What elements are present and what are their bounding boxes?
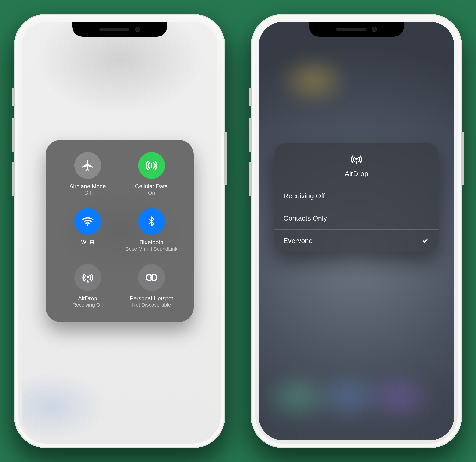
wifi-tile[interactable]: Wi-Fi [56, 208, 120, 252]
volume-down [12, 162, 15, 196]
airdrop-icon [350, 153, 363, 166]
cellular-status: On [148, 190, 155, 196]
volume-down [249, 162, 252, 196]
airdrop-option-label: Receiving Off [283, 192, 325, 200]
airdrop-option-everyone[interactable]: Everyone [274, 229, 439, 252]
bluetooth-tile[interactable]: Bluetooth Bose Mini II SoundLink [120, 208, 183, 252]
bluetooth-title: Bluetooth [140, 240, 163, 245]
svg-point-1 [86, 276, 89, 278]
airdrop-title: AirDrop [78, 295, 97, 302]
connectivity-panel: Airplane Mode Off Cellular Data On [46, 140, 194, 322]
screen-left: Airplane Mode Off Cellular Data On [22, 22, 217, 440]
cellular-toggle[interactable] [138, 152, 165, 179]
volume-up [12, 118, 15, 152]
airdrop-option-label: Everyone [283, 237, 313, 245]
airplane-status: Off [84, 190, 91, 196]
airdrop-popover-title: AirDrop [345, 170, 368, 178]
phone-left: Airplane Mode Off Cellular Data On [14, 14, 225, 448]
volume-up [249, 118, 252, 152]
bluetooth-toggle[interactable] [138, 208, 165, 235]
hotspot-icon [145, 272, 159, 283]
airdrop-option-receiving-off[interactable]: Receiving Off [274, 185, 439, 207]
mute-switch [249, 88, 252, 106]
airdrop-toggle[interactable] [74, 264, 101, 291]
airdrop-tile[interactable]: AirDrop Receiving Off [56, 264, 120, 308]
wifi-icon [81, 215, 94, 228]
cellular-title: Cellular Data [135, 183, 168, 189]
airdrop-popover: AirDrop Receiving Off Contacts Only Ever… [274, 143, 439, 252]
side-button [224, 132, 227, 185]
airplane-toggle[interactable] [74, 152, 101, 179]
cellular-tile[interactable]: Cellular Data On [120, 152, 183, 196]
hotspot-title: Personal Hotspot [130, 295, 173, 302]
svg-point-0 [87, 224, 88, 226]
checkmark-slot [421, 214, 430, 222]
airplane-tile[interactable]: Airplane Mode Off [56, 152, 120, 196]
airplane-icon [81, 159, 94, 172]
wifi-title: Wi-Fi [81, 240, 94, 245]
airdrop-option-label: Contacts Only [283, 214, 327, 222]
airdrop-popover-header: AirDrop [274, 143, 439, 185]
bluetooth-status: Bose Mini II SoundLink [126, 246, 178, 252]
airdrop-icon [81, 271, 94, 284]
checkmark-icon [421, 236, 430, 245]
airdrop-status: Receiving Off [73, 302, 103, 308]
hotspot-tile[interactable]: Personal Hotspot Not Discoverable [120, 264, 183, 308]
notch [72, 22, 167, 37]
side-button [461, 132, 464, 185]
airdrop-option-contacts-only[interactable]: Contacts Only [274, 207, 439, 229]
screen-right: AirDrop Receiving Off Contacts Only Ever… [259, 22, 454, 440]
bluetooth-icon [146, 215, 157, 228]
svg-point-4 [355, 158, 358, 160]
cellular-icon [145, 159, 158, 172]
hotspot-status: Not Discoverable [132, 302, 171, 308]
checkmark-slot [421, 192, 430, 200]
wifi-toggle[interactable] [74, 208, 101, 235]
mute-switch [12, 88, 15, 106]
phone-right: AirDrop Receiving Off Contacts Only Ever… [251, 14, 462, 448]
airplane-title: Airplane Mode [69, 183, 106, 189]
notch [309, 22, 404, 37]
hotspot-toggle[interactable] [138, 264, 165, 291]
